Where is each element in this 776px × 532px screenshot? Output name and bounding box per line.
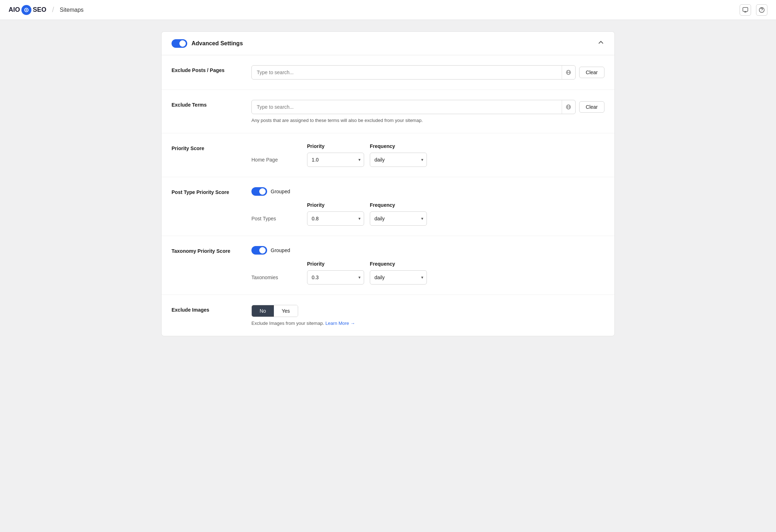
card-header: Advanced Settings bbox=[162, 32, 614, 55]
exclude-terms-input[interactable] bbox=[252, 104, 562, 110]
taxonomy-priority-label: Taxonomy Priority Score bbox=[172, 246, 243, 254]
svg-point-1 bbox=[26, 9, 27, 11]
home-page-priority-select[interactable]: 1.0 0.9 0.8 0.7 0.6 0.5 0.4 0.3 0.2 0.1 bbox=[307, 153, 364, 167]
taxonomies-row-label: Taxonomies bbox=[251, 275, 301, 280]
priority-score-header-row: Priority Frequency bbox=[251, 143, 604, 149]
post-types-frequency-select[interactable]: daily weekly monthly yearly always hourl… bbox=[370, 211, 427, 226]
exclude-terms-globe-icon[interactable] bbox=[562, 100, 575, 114]
post-type-toggle-thumb bbox=[259, 188, 266, 195]
toggle-track bbox=[172, 39, 187, 48]
card-header-title: Advanced Settings bbox=[192, 40, 243, 47]
post-types-priority-select-wrap: 1.0 0.9 0.8 0.7 0.6 0.5 0.4 0.3 0.2 0.1 bbox=[307, 211, 364, 226]
exclude-posts-label: Exclude Posts / Pages bbox=[172, 65, 243, 73]
post-type-priority-col-label: Priority bbox=[307, 202, 364, 208]
exclude-posts-clear-button[interactable]: Clear bbox=[579, 67, 604, 78]
exclude-terms-clear-button[interactable]: Clear bbox=[579, 101, 604, 113]
exclude-posts-input[interactable] bbox=[252, 70, 562, 75]
breadcrumb-separator: / bbox=[52, 6, 54, 14]
priority-score-label: Priority Score bbox=[172, 143, 243, 151]
exclude-images-yes-button[interactable]: Yes bbox=[274, 305, 298, 317]
home-page-label: Home Page bbox=[251, 157, 301, 163]
taxonomies-priority-select[interactable]: 1.0 0.9 0.8 0.7 0.6 0.5 0.4 0.3 0.2 0.1 bbox=[307, 270, 364, 285]
post-types-frequency-select-wrap: daily weekly monthly yearly always hourl… bbox=[370, 211, 427, 226]
taxonomy-grouped-toggle[interactable] bbox=[251, 246, 267, 255]
exclude-terms-input-inner bbox=[251, 100, 576, 114]
svg-rect-2 bbox=[743, 7, 748, 11]
home-page-priority-select-wrap: 1.0 0.9 0.8 0.7 0.6 0.5 0.4 0.3 0.2 0.1 bbox=[307, 153, 364, 167]
taxonomy-grouped-row: Grouped bbox=[251, 246, 604, 255]
logo-seo: SEO bbox=[33, 6, 46, 14]
taxonomy-priority-row: Taxonomy Priority Score Grouped Priority bbox=[162, 236, 614, 295]
toggle-thumb bbox=[179, 40, 186, 47]
advanced-settings-card: Advanced Settings Exclude Posts / Pages bbox=[161, 31, 615, 336]
priority-score-row: Priority Score Priority Frequency Home P… bbox=[162, 133, 614, 177]
logo: AIO SEO bbox=[9, 5, 46, 15]
exclude-terms-hint: Any posts that are assigned to these ter… bbox=[251, 118, 604, 123]
exclude-posts-content: Clear bbox=[251, 65, 604, 80]
monitor-icon-button[interactable] bbox=[740, 4, 751, 16]
exclude-images-no-button[interactable]: No bbox=[252, 305, 274, 317]
taxonomy-priority-grid: Priority Frequency Taxonomies 1.0 0.9 0.… bbox=[251, 261, 604, 285]
taxonomy-priority-content: Grouped Priority Frequency Taxonomies 1.… bbox=[251, 246, 604, 285]
exclude-images-button-group: No Yes bbox=[251, 305, 298, 317]
priority-col-label: Priority bbox=[307, 143, 364, 149]
exclude-terms-row: Exclude Terms Clear bbox=[162, 90, 614, 133]
post-type-priority-label: Post Type Priority Score bbox=[172, 187, 243, 195]
exclude-images-hint-text: Exclude Images from your sitemap. bbox=[251, 321, 324, 326]
exclude-images-content: No Yes Exclude Images from your sitemap.… bbox=[251, 305, 604, 326]
exclude-posts-search-wrap: Clear bbox=[251, 65, 604, 80]
learn-more-link[interactable]: Learn More → bbox=[325, 321, 355, 326]
frequency-col-label: Frequency bbox=[370, 143, 427, 149]
taxonomies-data-row: Taxonomies 1.0 0.9 0.8 0.7 0.6 0.5 0.4 0… bbox=[251, 270, 604, 285]
exclude-posts-row: Exclude Posts / Pages Clear bbox=[162, 55, 614, 90]
taxonomy-toggle-track bbox=[251, 246, 267, 255]
priority-score-content: Priority Frequency Home Page 1.0 0.9 0.8… bbox=[251, 143, 604, 167]
taxonomy-header-row: Priority Frequency bbox=[251, 261, 604, 267]
logo-icon bbox=[21, 5, 31, 15]
topbar-right bbox=[740, 4, 767, 16]
exclude-posts-globe-icon[interactable] bbox=[562, 66, 575, 79]
main-content: Advanced Settings Exclude Posts / Pages bbox=[153, 20, 623, 348]
taxonomies-frequency-select-wrap: daily weekly monthly yearly always hourl… bbox=[370, 270, 427, 285]
topbar: AIO SEO / Sitemaps bbox=[0, 0, 776, 20]
home-page-row: Home Page 1.0 0.9 0.8 0.7 0.6 0.5 0.4 0.… bbox=[251, 153, 604, 167]
taxonomy-toggle-thumb bbox=[259, 247, 266, 254]
post-type-priority-row: Post Type Priority Score Grouped Priorit… bbox=[162, 177, 614, 236]
post-type-grouped-row: Grouped bbox=[251, 187, 604, 196]
card-header-left: Advanced Settings bbox=[172, 39, 243, 48]
page-title: Sitemaps bbox=[60, 7, 84, 13]
post-type-priority-grid: Priority Frequency Post Types 1.0 0.9 0.… bbox=[251, 202, 604, 226]
post-types-row-label: Post Types bbox=[251, 216, 301, 221]
topbar-left: AIO SEO / Sitemaps bbox=[9, 5, 83, 15]
exclude-images-label: Exclude Images bbox=[172, 305, 243, 313]
post-type-grouped-label: Grouped bbox=[271, 189, 290, 194]
exclude-images-row: Exclude Images No Yes Exclude Images fro… bbox=[162, 295, 614, 336]
home-page-frequency-select-wrap: daily weekly monthly yearly always hourl… bbox=[370, 153, 427, 167]
exclude-images-hint: Exclude Images from your sitemap. Learn … bbox=[251, 321, 604, 326]
logo-text: AIO bbox=[9, 6, 20, 14]
advanced-settings-toggle[interactable] bbox=[172, 39, 187, 48]
post-types-priority-select[interactable]: 1.0 0.9 0.8 0.7 0.6 0.5 0.4 0.3 0.2 0.1 bbox=[307, 211, 364, 226]
collapse-button[interactable] bbox=[597, 39, 604, 48]
exclude-terms-search-wrap: Clear bbox=[251, 100, 604, 114]
exclude-terms-content: Clear Any posts that are assigned to the… bbox=[251, 100, 604, 123]
post-type-frequency-col-label: Frequency bbox=[370, 202, 427, 208]
taxonomy-priority-col-label: Priority bbox=[307, 261, 364, 267]
post-type-priority-content: Grouped Priority Frequency Post Types 1.… bbox=[251, 187, 604, 226]
priority-score-grid: Priority Frequency Home Page 1.0 0.9 0.8… bbox=[251, 143, 604, 167]
home-page-frequency-select[interactable]: daily weekly monthly yearly always hourl… bbox=[370, 153, 427, 167]
exclude-posts-input-inner bbox=[251, 65, 576, 80]
taxonomy-grouped-label: Grouped bbox=[271, 247, 290, 253]
post-type-toggle-track bbox=[251, 187, 267, 196]
exclude-terms-label: Exclude Terms bbox=[172, 100, 243, 108]
help-icon-button[interactable] bbox=[756, 4, 767, 16]
taxonomies-frequency-select[interactable]: daily weekly monthly yearly always hourl… bbox=[370, 270, 427, 285]
post-type-header-row: Priority Frequency bbox=[251, 202, 604, 208]
taxonomies-priority-select-wrap: 1.0 0.9 0.8 0.7 0.6 0.5 0.4 0.3 0.2 0.1 bbox=[307, 270, 364, 285]
post-type-grouped-toggle[interactable] bbox=[251, 187, 267, 196]
post-types-data-row: Post Types 1.0 0.9 0.8 0.7 0.6 0.5 0.4 0… bbox=[251, 211, 604, 226]
taxonomy-frequency-col-label: Frequency bbox=[370, 261, 427, 267]
